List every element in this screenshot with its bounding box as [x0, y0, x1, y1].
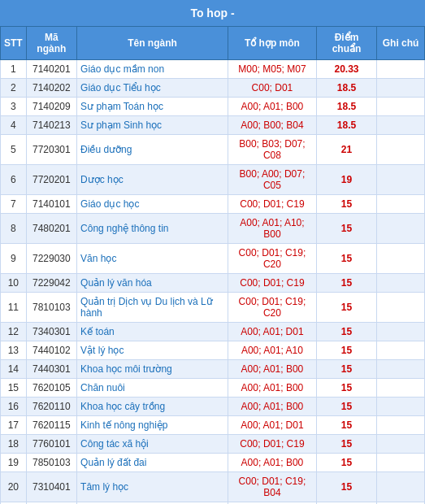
cell-ma-nganh: 7620110 [26, 398, 76, 416]
cell-ten-nganh: Quản lý văn hóa [77, 274, 228, 293]
header-title: To hop - [190, 7, 234, 20]
cell-ghi-chu [377, 274, 425, 293]
table-row: 187760101Công tác xã hộiC00; D01; C1915 [1, 435, 425, 454]
cell-diem-chuan: 15 [316, 293, 376, 323]
col-ten-nganh: Tên ngành [77, 27, 228, 60]
cell-stt: 18 [1, 435, 27, 454]
cell-to-hop: A00; A01; D01 [228, 323, 317, 341]
cell-to-hop: C00; D01; C19 [228, 274, 317, 293]
cell-ten-nganh: Kế toán [77, 323, 228, 341]
table-row: 117810103Quản trị Dịch vụ Du lịch và Lữ … [1, 293, 425, 323]
table-row: 127340301Kế toánA00; A01; D0115 [1, 323, 425, 341]
cell-ma-nganh: 7140209 [26, 98, 76, 116]
cell-ten-nganh: Sư phạm Toán học [77, 98, 228, 116]
cell-ten-nganh: Giáo dục mầm non [77, 60, 228, 79]
cell-to-hop: A00; A01; A10 [228, 341, 317, 360]
cell-ghi-chu [377, 98, 425, 116]
main-table: STT Mãngành Tên ngành Tổ hợp môn Điểm ch… [0, 26, 425, 504]
cell-to-hop: A00; A01; B00 [228, 454, 317, 472]
cell-stt: 1 [1, 60, 27, 79]
cell-ghi-chu [377, 379, 425, 398]
table-row: 67720201Dược họcB00; A00; D07; C0519 [1, 165, 425, 195]
cell-diem-chuan: 19 [316, 165, 376, 195]
cell-to-hop: A00; B00; B04 [228, 116, 317, 135]
header-bar: To hop - [0, 0, 425, 26]
cell-to-hop: C00; D01; C19; B04 [228, 472, 317, 502]
cell-stt: 13 [1, 341, 27, 360]
table-row: 37140209Sư phạm Toán họcA00; A01; B0018.… [1, 98, 425, 116]
cell-ghi-chu [377, 360, 425, 379]
cell-stt: 16 [1, 398, 27, 416]
cell-diem-chuan: 15 [316, 214, 376, 244]
cell-ma-nganh: 7720201 [26, 165, 76, 195]
cell-ma-nganh: 7229042 [26, 274, 76, 293]
cell-ma-nganh: 7440102 [26, 341, 76, 360]
cell-ten-nganh: Quản trị Dịch vụ Du lịch và Lữ hành [77, 293, 228, 323]
cell-ma-nganh: 7620115 [26, 416, 76, 435]
cell-diem-chuan: 15 [316, 341, 376, 360]
cell-ma-nganh: 7140213 [26, 116, 76, 135]
cell-to-hop: C00; D01; C19; C20 [228, 293, 317, 323]
cell-ten-nganh: Công nghệ thông tin [77, 214, 228, 244]
cell-ma-nganh: 7620105 [26, 379, 76, 398]
cell-ten-nganh: Kinh tế nông nghiệp [77, 416, 228, 435]
cell-to-hop: C00; D01 [228, 79, 317, 98]
cell-ghi-chu [377, 472, 425, 502]
cell-diem-chuan: 15 [316, 323, 376, 341]
cell-stt: 12 [1, 323, 27, 341]
cell-stt: 15 [1, 379, 27, 398]
cell-ghi-chu [377, 323, 425, 341]
table-row: 207310401Tâm lý họcC00; D01; C19; B0415 [1, 472, 425, 502]
table-row: 197850103Quản lý đất đaiA00; A01; B0015 [1, 454, 425, 472]
cell-diem-chuan: 15 [316, 472, 376, 502]
cell-ten-nganh: Khoa học cây trồng [77, 398, 228, 416]
cell-ma-nganh: 7229030 [26, 244, 76, 274]
cell-ghi-chu [377, 60, 425, 79]
cell-to-hop: C00; D01; C19 [228, 195, 317, 214]
cell-diem-chuan: 21 [316, 135, 376, 165]
table-row: 107229042Quản lý văn hóaC00; D01; C1915 [1, 274, 425, 293]
cell-ma-nganh: 7440301 [26, 360, 76, 379]
cell-ten-nganh: Khoa học môi trường [77, 360, 228, 379]
table-row: 137440102Vật lý họcA00; A01; A1015 [1, 341, 425, 360]
cell-diem-chuan: 15 [316, 454, 376, 472]
cell-ma-nganh: 7310401 [26, 472, 76, 502]
table-row: 167620110Khoa học cây trồngA00; A01; B00… [1, 398, 425, 416]
cell-ghi-chu [377, 214, 425, 244]
cell-stt: 14 [1, 360, 27, 379]
cell-stt: 9 [1, 244, 27, 274]
cell-ten-nganh: Quản lý đất đai [77, 454, 228, 472]
cell-stt: 8 [1, 214, 27, 244]
col-ma-nganh: Mãngành [26, 27, 76, 60]
cell-stt: 6 [1, 165, 27, 195]
table-row: 47140213Sư phạm Sinh họcA00; B00; B0418.… [1, 116, 425, 135]
table-row: 177620115Kinh tế nông nghiệpA00; A01; D0… [1, 416, 425, 435]
table-row: 97229030Văn họcC00; D01; C19; C2015 [1, 244, 425, 274]
cell-diem-chuan: 15 [316, 398, 376, 416]
cell-ghi-chu [377, 135, 425, 165]
cell-ghi-chu [377, 293, 425, 323]
cell-diem-chuan: 18.5 [316, 98, 376, 116]
cell-ten-nganh: Công tác xã hội [77, 435, 228, 454]
cell-stt: 4 [1, 116, 27, 135]
cell-stt: 11 [1, 293, 27, 323]
cell-diem-chuan: 20.33 [316, 60, 376, 79]
cell-ten-nganh: Sư phạm Sinh học [77, 116, 228, 135]
cell-to-hop: A00; A01; B00 [228, 398, 317, 416]
cell-ten-nganh: Chăn nuôi [77, 379, 228, 398]
cell-diem-chuan: 18.5 [316, 116, 376, 135]
cell-to-hop: A00; A01; A10; B00 [228, 214, 317, 244]
cell-diem-chuan: 18.5 [316, 79, 376, 98]
cell-ten-nganh: Dược học [77, 165, 228, 195]
cell-stt: 19 [1, 454, 27, 472]
cell-ma-nganh: 7760101 [26, 435, 76, 454]
cell-ten-nganh: Văn học [77, 244, 228, 274]
cell-diem-chuan: 15 [316, 195, 376, 214]
cell-ten-nganh: Tâm lý học [77, 472, 228, 502]
table-row: 77140101Giáo dục họcC00; D01; C1915 [1, 195, 425, 214]
table-row: 17140201Giáo dục mầm nonM00; M05; M0720.… [1, 60, 425, 79]
cell-ma-nganh: 7720301 [26, 135, 76, 165]
cell-ghi-chu [377, 116, 425, 135]
cell-ten-nganh: Giáo dục Tiểu học [77, 79, 228, 98]
cell-to-hop: A00; A01; B00 [228, 379, 317, 398]
